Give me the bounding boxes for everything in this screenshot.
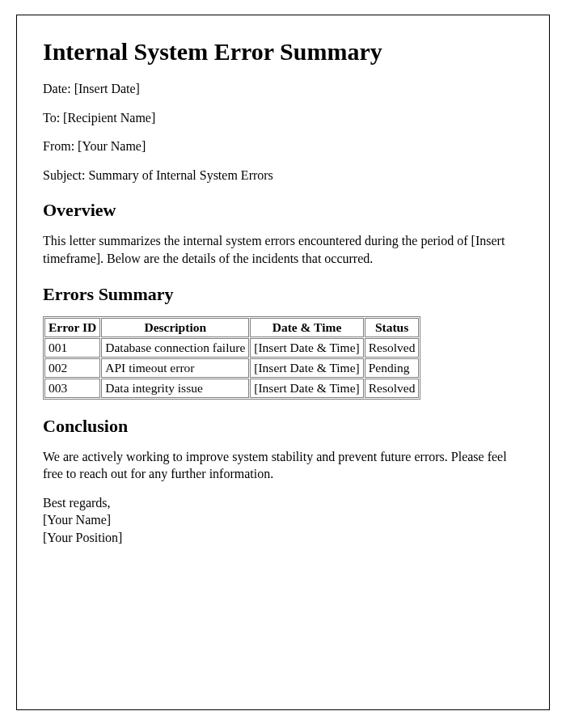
cell-datetime: [Insert Date & Time] bbox=[250, 338, 363, 358]
cell-datetime: [Insert Date & Time] bbox=[250, 358, 363, 378]
table-row: 002 API timeout error [Insert Date & Tim… bbox=[44, 358, 419, 378]
errors-table: Error ID Description Date & Time Status … bbox=[43, 316, 420, 400]
subject-line: Subject: Summary of Internal System Erro… bbox=[43, 167, 523, 184]
col-status: Status bbox=[365, 318, 420, 337]
cell-description: API timeout error bbox=[101, 358, 249, 378]
signature-position: [Your Position] bbox=[43, 529, 523, 547]
from-line: From: [Your Name] bbox=[43, 138, 523, 155]
cell-status: Resolved bbox=[365, 379, 420, 398]
col-description: Description bbox=[101, 318, 249, 337]
cell-error-id: 003 bbox=[44, 379, 100, 398]
cell-description: Database connection failure bbox=[101, 338, 249, 358]
cell-error-id: 001 bbox=[44, 338, 100, 358]
cell-datetime: [Insert Date & Time] bbox=[250, 379, 363, 398]
overview-heading: Overview bbox=[43, 200, 523, 221]
cell-error-id: 002 bbox=[44, 358, 100, 378]
table-row: 001 Database connection failure [Insert … bbox=[44, 338, 419, 358]
cell-status: Pending bbox=[365, 358, 420, 378]
page-title: Internal System Error Summary bbox=[43, 38, 523, 66]
cell-status: Resolved bbox=[365, 338, 420, 358]
table-header-row: Error ID Description Date & Time Status bbox=[44, 318, 419, 337]
table-row: 003 Data integrity issue [Insert Date & … bbox=[44, 379, 419, 398]
to-line: To: [Recipient Name] bbox=[43, 109, 523, 127]
overview-body: This letter summarizes the internal syst… bbox=[43, 232, 523, 267]
cell-description: Data integrity issue bbox=[101, 379, 249, 398]
signature-name: [Your Name] bbox=[43, 511, 523, 529]
errors-heading: Errors Summary bbox=[43, 284, 523, 305]
conclusion-body: We are actively working to improve syste… bbox=[43, 448, 523, 483]
conclusion-heading: Conclusion bbox=[43, 416, 523, 437]
document-page: Internal System Error Summary Date: [Ins… bbox=[16, 15, 550, 710]
date-line: Date: [Insert Date] bbox=[43, 80, 523, 98]
signature-closing: Best regards, bbox=[43, 494, 523, 512]
col-error-id: Error ID bbox=[44, 318, 100, 337]
col-datetime: Date & Time bbox=[250, 318, 363, 337]
